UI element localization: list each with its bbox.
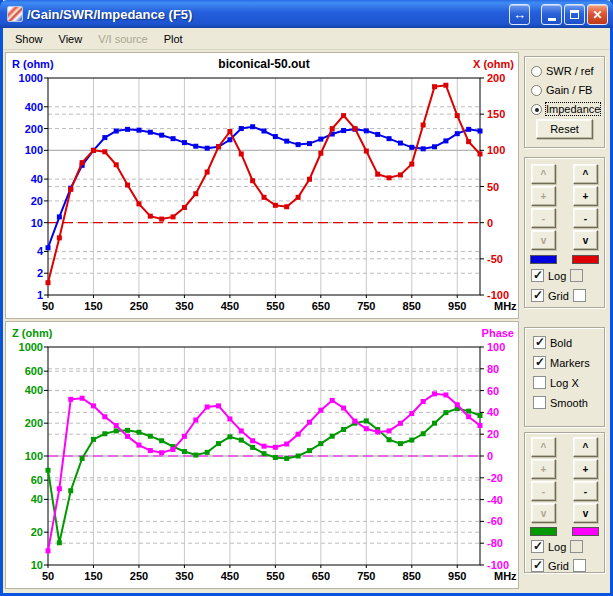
minimize-icon (548, 18, 556, 21)
swr-radio[interactable] (531, 66, 542, 77)
top-right-axis-minus-button[interactable]: - (573, 208, 598, 228)
bottom-log-row: Log (531, 540, 583, 553)
logx-checkbox[interactable] (533, 376, 546, 389)
svg-text:750: 750 (357, 300, 375, 312)
bottom-left-grid-checkbox[interactable] (531, 559, 544, 572)
radio-row-gain[interactable]: Gain / FB (531, 84, 592, 96)
maximize-button[interactable] (564, 4, 585, 25)
svg-text:40: 40 (31, 173, 43, 185)
svg-text:20: 20 (487, 428, 499, 440)
radio-row-impedance[interactable]: Impedance (531, 103, 600, 115)
bold-checkbox[interactable] (533, 336, 546, 349)
gain-radio-label: Gain / FB (546, 84, 592, 96)
svg-text:biconical-50.out: biconical-50.out (218, 57, 309, 71)
menu-show[interactable]: Show (7, 30, 51, 48)
svg-text:-100: -100 (487, 559, 509, 571)
svg-text:60: 60 (31, 474, 43, 486)
svg-text:550: 550 (266, 570, 284, 582)
svg-text:400: 400 (25, 384, 43, 396)
top-chart-axis-controls: ^ ^ + + - - v v Log Grid (524, 157, 605, 308)
svg-text:150: 150 (84, 300, 102, 312)
bold-label: Bold (550, 337, 572, 349)
svg-text:80: 80 (487, 363, 499, 375)
smooth-label: Smooth (550, 397, 588, 409)
radio-row-swr[interactable]: SWR / ref (531, 65, 594, 77)
minus-icon: - (542, 213, 545, 224)
plus-icon: + (583, 191, 589, 202)
svg-text:50: 50 (487, 181, 499, 193)
title-bar[interactable]: /Gain/SWR/Impedance (F5) (0, 0, 613, 28)
top-right-log-checkbox (570, 269, 583, 282)
minus-icon: - (542, 486, 545, 497)
minimize-button[interactable] (541, 4, 562, 25)
bottom-grid-label: Grid (548, 560, 569, 572)
up-caret-icon: ^ (583, 169, 589, 180)
svg-text:850: 850 (403, 570, 421, 582)
menu-view[interactable]: View (51, 30, 91, 48)
top-left-log-checkbox[interactable] (531, 269, 544, 282)
bottom-left-log-checkbox[interactable] (531, 540, 544, 553)
markers-label: Markers (550, 357, 590, 369)
top-right-axis-plus-button[interactable]: + (573, 186, 598, 206)
svg-text:200: 200 (487, 72, 505, 84)
bottom-right-axis-minus-button[interactable]: - (573, 481, 598, 501)
bottom-right-axis-down-button[interactable]: v (573, 503, 598, 523)
client-area: 50150250350450550650750850950MHz10004002… (3, 50, 610, 593)
svg-text:100: 100 (25, 144, 43, 156)
svg-text:750: 750 (357, 570, 375, 582)
bottom-left-axis-plus-button[interactable]: + (531, 459, 556, 479)
z-series-color-swatch (530, 527, 557, 536)
down-caret-icon: v (541, 508, 547, 519)
bottom-log-label: Log (548, 541, 566, 553)
bottom-left-axis-down-button[interactable]: v (531, 503, 556, 523)
svg-text:Z (ohm): Z (ohm) (12, 327, 53, 339)
svg-text:-40: -40 (487, 494, 503, 506)
svg-text:40: 40 (487, 406, 499, 418)
bold-row: Bold (533, 336, 576, 349)
impedance-rx-chart: 50150250350450550650750850950MHz10004002… (6, 53, 518, 318)
plus-icon: + (583, 464, 589, 475)
menu-plot[interactable]: Plot (156, 30, 191, 48)
top-right-axis-up-button[interactable]: ^ (573, 164, 598, 184)
svg-text:-60: -60 (487, 515, 503, 527)
svg-text:40: 40 (31, 493, 43, 505)
smooth-checkbox[interactable] (533, 396, 546, 409)
bottom-right-grid-checkbox[interactable] (573, 559, 586, 572)
bottom-left-axis-minus-button[interactable]: - (531, 481, 556, 501)
detach-button[interactable] (509, 4, 530, 25)
markers-checkbox[interactable] (533, 356, 546, 369)
svg-text:250: 250 (130, 300, 148, 312)
svg-text:450: 450 (221, 300, 239, 312)
svg-text:650: 650 (312, 570, 330, 582)
impedance-radio[interactable] (531, 104, 542, 115)
window-controls (509, 4, 608, 25)
bottom-right-axis-up-button[interactable]: ^ (573, 437, 598, 457)
svg-text:20: 20 (31, 195, 43, 207)
top-left-axis-down-button[interactable]: v (531, 230, 556, 250)
svg-text:Phase: Phase (482, 327, 514, 339)
menu-vi-source: V/I source (90, 30, 156, 48)
svg-text:0: 0 (487, 217, 493, 229)
reset-button[interactable]: Reset (536, 119, 593, 139)
top-left-grid-checkbox[interactable] (531, 289, 544, 302)
r-series-color-swatch (530, 255, 557, 264)
svg-text:R (ohm): R (ohm) (12, 58, 54, 70)
gain-radio[interactable] (531, 85, 542, 96)
svg-text:20: 20 (31, 526, 43, 538)
minus-icon: - (584, 213, 587, 224)
svg-text:2: 2 (37, 267, 43, 279)
swr-radio-label: SWR / ref (546, 65, 594, 77)
down-caret-icon: v (583, 508, 589, 519)
close-button[interactable] (587, 4, 608, 25)
plot-type-group: SWR / ref Gain / FB Impedance Reset (524, 56, 605, 148)
top-left-axis-up-button[interactable]: ^ (531, 164, 556, 184)
top-right-grid-checkbox[interactable] (573, 289, 586, 302)
top-left-axis-minus-button[interactable]: - (531, 208, 556, 228)
bottom-right-axis-plus-button[interactable]: + (573, 459, 598, 479)
svg-text:100: 100 (487, 341, 505, 353)
impedance-radio-label: Impedance (546, 103, 600, 115)
close-icon (592, 5, 602, 23)
bottom-left-axis-up-button[interactable]: ^ (531, 437, 556, 457)
top-right-axis-down-button[interactable]: v (573, 230, 598, 250)
top-left-axis-plus-button[interactable]: + (531, 186, 556, 206)
